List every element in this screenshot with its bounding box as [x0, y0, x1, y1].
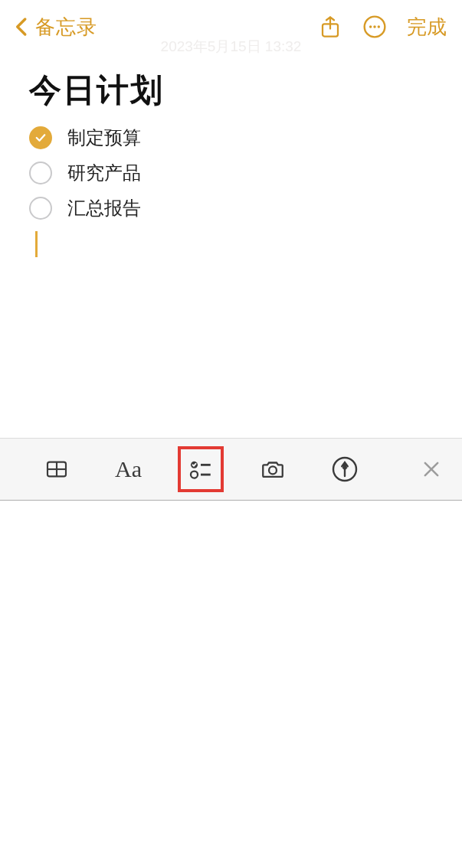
svg-point-2 — [369, 25, 372, 28]
checkbox-checked[interactable] — [29, 126, 52, 149]
checklist-item[interactable]: 制定预算 — [29, 126, 433, 150]
checkbox-unchecked[interactable] — [29, 197, 52, 220]
format-button[interactable]: Aa — [106, 446, 152, 492]
checklist-icon — [186, 456, 215, 482]
chevron-left-icon — [11, 15, 34, 38]
checklist-button[interactable] — [178, 446, 224, 492]
more-button[interactable] — [356, 8, 393, 45]
back-label: 备忘录 — [35, 14, 97, 41]
checklist-item-text[interactable]: 制定预算 — [67, 126, 141, 150]
text-cursor — [35, 231, 38, 257]
checklist-item[interactable]: 研究产品 — [29, 161, 433, 185]
note-body[interactable]: 今日计划 制定预算 研究产品 汇总报告 — [0, 54, 462, 257]
share-icon — [319, 14, 342, 40]
note-title[interactable]: 今日计划 — [29, 69, 433, 112]
checklist: 制定预算 研究产品 汇总报告 — [29, 126, 433, 220]
checklist-item[interactable]: 汇总报告 — [29, 196, 433, 220]
markup-button[interactable] — [322, 446, 368, 492]
format-icon: Aa — [115, 456, 142, 482]
camera-button[interactable] — [250, 446, 296, 492]
checklist-item-text[interactable]: 研究产品 — [67, 161, 141, 185]
pen-circle-icon — [331, 455, 359, 483]
check-icon — [34, 131, 48, 145]
camera-icon — [258, 456, 287, 482]
note-toolbar: Aa — [0, 438, 462, 501]
checkbox-unchecked[interactable] — [29, 162, 52, 184]
done-button[interactable]: 完成 — [407, 14, 447, 41]
toolbar-close-button[interactable] — [401, 458, 462, 480]
ellipsis-circle-icon — [362, 15, 387, 39]
svg-point-3 — [373, 25, 375, 28]
back-button[interactable]: 备忘录 — [11, 14, 97, 41]
share-button[interactable] — [312, 8, 349, 45]
close-icon — [421, 458, 442, 480]
svg-point-4 — [378, 25, 380, 28]
checklist-item-text[interactable]: 汇总报告 — [67, 196, 141, 220]
table-icon — [42, 457, 71, 481]
svg-point-12 — [269, 466, 277, 474]
table-button[interactable] — [34, 446, 80, 492]
svg-point-10 — [190, 472, 197, 478]
